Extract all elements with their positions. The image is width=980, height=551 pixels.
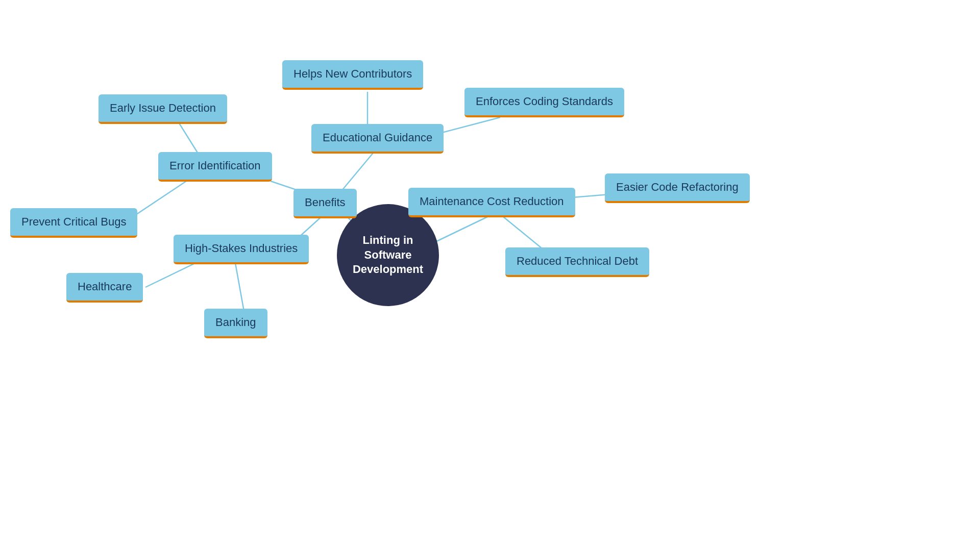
error-id-label: Error Identification [158, 152, 272, 182]
banking-label: Banking [204, 309, 267, 338]
benefits-node: Benefits [293, 189, 357, 218]
early-issue-label: Early Issue Detection [99, 94, 227, 124]
center-node: Linting in Software Development [337, 204, 439, 306]
healthcare-label: Healthcare [66, 273, 143, 303]
enforces-label: Enforces Coding Standards [464, 88, 624, 117]
edu-guidance-label: Educational Guidance [311, 124, 444, 154]
prevent-bugs-label: Prevent Critical Bugs [10, 208, 137, 238]
helps-new-label: Helps New Contributors [282, 60, 423, 90]
error-id-node: Error Identification [158, 152, 272, 182]
reduced-debt-label: Reduced Technical Debt [505, 247, 649, 277]
center-label: Linting in Software Development [337, 204, 439, 306]
benefits-label: Benefits [293, 189, 357, 218]
high-stakes-node: High-Stakes Industries [174, 235, 309, 264]
healthcare-node: Healthcare [66, 273, 143, 303]
prevent-bugs-node: Prevent Critical Bugs [10, 208, 137, 238]
early-issue-node: Early Issue Detection [99, 94, 227, 124]
maintenance-node: Maintenance Cost Reduction [408, 188, 575, 217]
edu-guidance-node: Educational Guidance [311, 124, 444, 154]
banking-node: Banking [204, 309, 267, 338]
high-stakes-label: High-Stakes Industries [174, 235, 309, 264]
easier-refactor-node: Easier Code Refactoring [605, 173, 750, 203]
reduced-debt-node: Reduced Technical Debt [505, 247, 649, 277]
maintenance-label: Maintenance Cost Reduction [408, 188, 575, 217]
svg-line-12 [235, 260, 244, 311]
enforces-node: Enforces Coding Standards [464, 88, 624, 117]
helps-new-node: Helps New Contributors [282, 60, 423, 90]
easier-refactor-label: Easier Code Refactoring [605, 173, 750, 203]
